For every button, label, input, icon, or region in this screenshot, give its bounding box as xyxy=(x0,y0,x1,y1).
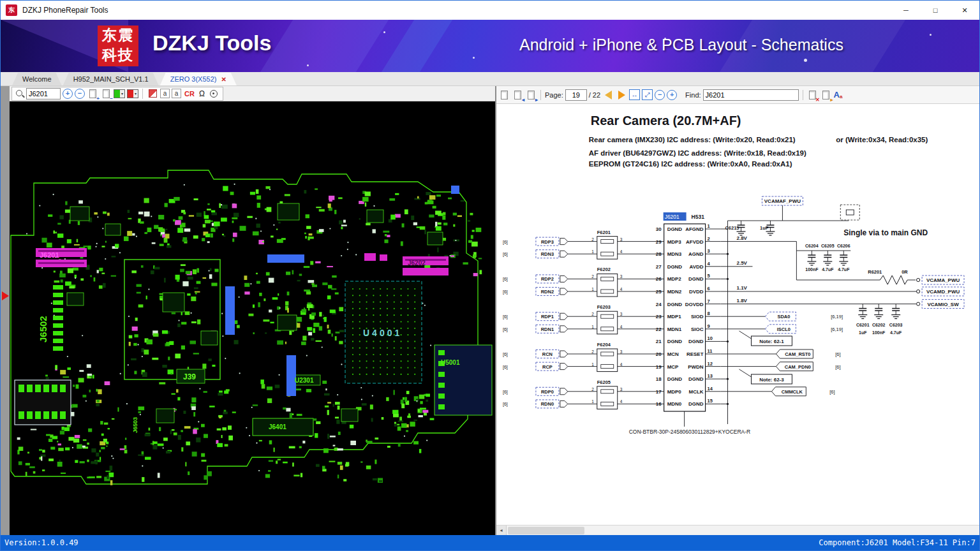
pcb-part xyxy=(253,404,258,406)
pcb-part xyxy=(203,391,207,393)
schematic-canvas-view[interactable]: Rear Camera (20.7M+AF)Rear camera (IMX23… xyxy=(496,104,979,525)
export-image-button[interactable] xyxy=(147,88,158,99)
pcb-part xyxy=(111,276,116,277)
sch-text: SIOD xyxy=(691,314,704,320)
pcb-part xyxy=(225,444,228,446)
prev-page-button[interactable] xyxy=(602,89,614,101)
sch-text: PWDN xyxy=(688,364,704,370)
pcb-part xyxy=(221,435,223,438)
layer-remove-icon[interactable]: − xyxy=(100,88,112,99)
pcb-part xyxy=(448,198,452,200)
find-input[interactable] xyxy=(703,89,799,101)
tab-close-icon[interactable]: ✕ xyxy=(221,76,226,83)
tab-welcome[interactable]: Welcome xyxy=(12,73,62,85)
pcb-search-input[interactable] xyxy=(26,88,61,99)
maximize-button[interactable]: □ xyxy=(921,1,950,20)
minus-overlay-icon: − xyxy=(110,96,113,101)
pcb-part xyxy=(315,261,321,263)
via xyxy=(126,403,128,404)
clear-highlight-button[interactable]: ✕ xyxy=(807,89,819,101)
pcb-part xyxy=(327,410,329,415)
top-layer-color-picker[interactable]: ▾ xyxy=(114,89,125,98)
pcb-canvas-view[interactable]: J6201J6202J6502U4001U2301J6401J6503U5001… xyxy=(10,101,495,535)
pcb-part xyxy=(471,242,478,247)
via xyxy=(246,427,247,429)
pcb-part xyxy=(189,215,194,216)
pcb-part xyxy=(322,381,327,384)
pcb-part xyxy=(307,304,313,308)
text-small-button[interactable]: a xyxy=(160,89,170,98)
pcb-part xyxy=(107,475,108,479)
scroll-left-button[interactable]: ◂ xyxy=(496,525,507,535)
pcb-part xyxy=(19,461,22,465)
cap-name: C6215 xyxy=(725,225,739,231)
bga-ball xyxy=(407,328,408,329)
pcb-part xyxy=(256,224,260,228)
next-page-button[interactable] xyxy=(616,89,627,101)
sch-text: 10 xyxy=(708,335,713,341)
layer-add-icon[interactable]: + xyxy=(87,88,98,99)
prev-sheet-button[interactable]: ◂ xyxy=(512,89,523,101)
pcb-part xyxy=(57,233,63,238)
status-bar: Version:1.0.0.49 Component:J6201 Model:F… xyxy=(1,535,979,550)
bga-ball xyxy=(352,288,353,290)
tab-zero3-x552[interactable]: ZERO 3(X552)✕ xyxy=(160,73,237,85)
crosshair-button[interactable] xyxy=(208,88,219,99)
pcb-part xyxy=(429,214,434,217)
page-total: / 22 xyxy=(589,91,600,99)
pcb-part xyxy=(42,450,45,452)
fit-width-button[interactable]: ↔ xyxy=(629,89,640,100)
minimize-button[interactable]: ─ xyxy=(891,1,921,20)
bottom-layer-color-picker[interactable]: ▾ xyxy=(127,89,138,98)
pcb-part xyxy=(202,460,207,462)
sch-shape xyxy=(846,210,854,215)
text-large-button[interactable]: a xyxy=(172,89,181,98)
pcb-part xyxy=(315,433,318,437)
tab-h952-main-sch[interactable]: H952_MAIN_SCH_V1.1 xyxy=(63,73,159,85)
fit-page-button[interactable]: ⤢ xyxy=(642,89,653,100)
page-view-button[interactable] xyxy=(498,89,510,101)
bga-ball xyxy=(387,308,388,309)
bga-ball xyxy=(366,302,368,303)
pcb-part xyxy=(375,437,378,439)
scrollbar-thumb[interactable] xyxy=(508,527,584,534)
pcb-zoom-out-button[interactable]: − xyxy=(75,89,85,99)
via xyxy=(39,205,40,206)
pcb-part xyxy=(177,323,181,327)
pcb-part xyxy=(453,224,455,227)
next-sheet-button[interactable]: ▸ xyxy=(525,89,537,101)
pcb-part xyxy=(133,343,137,346)
pcb-part xyxy=(403,268,449,276)
jump-to-component-button[interactable]: ▸ xyxy=(820,89,832,101)
pcb-part xyxy=(112,256,116,257)
pcb-part xyxy=(219,417,221,418)
pcb-part xyxy=(435,222,437,227)
pcb-part xyxy=(426,400,428,402)
pcb-part xyxy=(128,210,130,213)
sch-zoom-out-button[interactable]: − xyxy=(655,90,665,100)
pcb-part xyxy=(327,295,331,299)
pcb-part xyxy=(177,228,183,233)
font-size-button[interactable]: Aa xyxy=(834,90,843,99)
via xyxy=(142,466,143,467)
cr-mode-button[interactable]: CR xyxy=(183,90,196,98)
pcb-part xyxy=(43,411,49,419)
close-overlay-icon: ✕ xyxy=(815,98,820,103)
pcb-part xyxy=(132,233,135,236)
sheet-ref: [6] xyxy=(503,252,508,257)
pcb-part xyxy=(168,356,170,360)
page-number-input[interactable] xyxy=(565,89,587,101)
pcb-zoom-in-button[interactable]: + xyxy=(63,89,73,99)
pcb-part xyxy=(181,346,185,349)
resistance-button[interactable]: Ω xyxy=(198,89,206,98)
sch-zoom-in-button[interactable]: + xyxy=(667,90,677,100)
bga-ball xyxy=(373,295,374,296)
sch-text: 22 xyxy=(656,327,662,332)
close-button[interactable]: ✕ xyxy=(950,1,979,20)
pcb-part xyxy=(179,216,183,219)
schematic-hscrollbar[interactable]: ◂ xyxy=(496,525,979,535)
pcb-part xyxy=(209,406,215,408)
pcb-part xyxy=(83,246,87,247)
bga-ball xyxy=(366,295,368,296)
pcb-part xyxy=(103,439,107,443)
